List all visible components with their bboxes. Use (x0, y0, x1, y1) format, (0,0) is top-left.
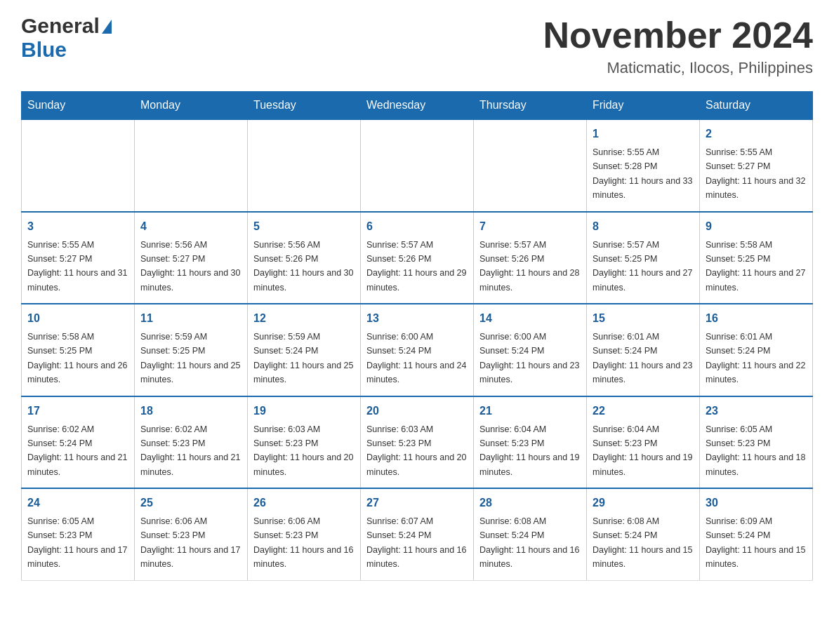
calendar-cell (361, 119, 474, 212)
day-info: Sunrise: 6:09 AMSunset: 5:24 PMDaylight:… (706, 516, 805, 569)
day-number: 17 (27, 403, 128, 420)
day-number: 28 (479, 495, 581, 511)
day-info: Sunrise: 6:00 AMSunset: 5:24 PMDaylight:… (366, 332, 466, 384)
day-number: 1 (593, 126, 694, 142)
day-info: Sunrise: 5:55 AMSunset: 5:28 PMDaylight:… (593, 147, 692, 200)
day-number: 12 (253, 310, 355, 327)
day-info: Sunrise: 5:57 AMSunset: 5:26 PMDaylight:… (479, 240, 579, 293)
calendar-cell: 29Sunrise: 6:08 AMSunset: 5:24 PMDayligh… (587, 488, 700, 580)
col-saturday: Saturday (700, 92, 813, 120)
day-number: 10 (27, 310, 128, 327)
day-info: Sunrise: 6:08 AMSunset: 5:24 PMDaylight:… (479, 516, 579, 569)
day-info: Sunrise: 6:06 AMSunset: 5:23 PMDaylight:… (253, 516, 353, 569)
day-info: Sunrise: 6:00 AMSunset: 5:24 PMDaylight:… (479, 332, 579, 384)
day-number: 14 (479, 310, 581, 327)
calendar-cell: 18Sunrise: 6:02 AMSunset: 5:23 PMDayligh… (135, 396, 248, 489)
calendar-cell: 23Sunrise: 6:05 AMSunset: 5:23 PMDayligh… (700, 396, 813, 489)
day-number: 7 (479, 218, 581, 235)
page-header: General Blue November 2024 Maticmatic, I… (21, 14, 813, 77)
day-info: Sunrise: 5:57 AMSunset: 5:25 PMDaylight:… (593, 240, 692, 293)
calendar-body: 1Sunrise: 5:55 AMSunset: 5:28 PMDaylight… (22, 119, 813, 580)
week-row-4: 17Sunrise: 6:02 AMSunset: 5:24 PMDayligh… (22, 396, 813, 489)
calendar-cell: 4Sunrise: 5:56 AMSunset: 5:27 PMDaylight… (135, 212, 248, 304)
day-number: 4 (140, 218, 241, 235)
day-info: Sunrise: 6:06 AMSunset: 5:23 PMDaylight:… (140, 516, 240, 569)
day-info: Sunrise: 6:02 AMSunset: 5:24 PMDaylight:… (27, 424, 127, 477)
col-tuesday: Tuesday (248, 92, 361, 120)
week-row-1: 1Sunrise: 5:55 AMSunset: 5:28 PMDaylight… (22, 119, 813, 212)
calendar-cell: 10Sunrise: 5:58 AMSunset: 5:25 PMDayligh… (22, 304, 135, 396)
calendar-cell: 11Sunrise: 5:59 AMSunset: 5:25 PMDayligh… (135, 304, 248, 396)
day-number: 24 (27, 495, 128, 511)
logo-blue-text: Blue (21, 38, 67, 61)
calendar-table: Sunday Monday Tuesday Wednesday Thursday… (21, 91, 813, 581)
calendar-cell: 5Sunrise: 5:56 AMSunset: 5:26 PMDaylight… (248, 212, 361, 304)
day-number: 11 (140, 310, 241, 327)
calendar-header: Sunday Monday Tuesday Wednesday Thursday… (22, 92, 813, 120)
title-block: November 2024 Maticmatic, Ilocos, Philip… (543, 14, 813, 77)
day-info: Sunrise: 5:59 AMSunset: 5:24 PMDaylight:… (253, 332, 353, 384)
calendar-cell (135, 119, 248, 212)
calendar-cell: 2Sunrise: 5:55 AMSunset: 5:27 PMDaylight… (700, 119, 813, 212)
day-number: 5 (253, 218, 355, 235)
calendar-cell: 30Sunrise: 6:09 AMSunset: 5:24 PMDayligh… (700, 488, 813, 580)
calendar-cell: 22Sunrise: 6:04 AMSunset: 5:23 PMDayligh… (587, 396, 700, 489)
day-info: Sunrise: 6:04 AMSunset: 5:23 PMDaylight:… (479, 424, 579, 477)
calendar-cell: 21Sunrise: 6:04 AMSunset: 5:23 PMDayligh… (474, 396, 587, 489)
day-number: 25 (140, 495, 241, 511)
day-number: 2 (706, 126, 807, 142)
day-info: Sunrise: 6:02 AMSunset: 5:23 PMDaylight:… (140, 424, 240, 477)
week-row-3: 10Sunrise: 5:58 AMSunset: 5:25 PMDayligh… (22, 304, 813, 396)
day-info: Sunrise: 6:03 AMSunset: 5:23 PMDaylight:… (253, 424, 353, 477)
day-info: Sunrise: 5:56 AMSunset: 5:26 PMDaylight:… (253, 240, 353, 293)
calendar-cell: 25Sunrise: 6:06 AMSunset: 5:23 PMDayligh… (135, 488, 248, 580)
day-number: 9 (706, 218, 807, 235)
day-number: 22 (593, 403, 694, 420)
day-number: 21 (479, 403, 581, 420)
week-row-5: 24Sunrise: 6:05 AMSunset: 5:23 PMDayligh… (22, 488, 813, 580)
day-info: Sunrise: 6:03 AMSunset: 5:23 PMDaylight:… (366, 424, 466, 477)
day-info: Sunrise: 5:59 AMSunset: 5:25 PMDaylight:… (140, 332, 240, 384)
calendar-cell: 20Sunrise: 6:03 AMSunset: 5:23 PMDayligh… (361, 396, 474, 489)
col-wednesday: Wednesday (361, 92, 474, 120)
calendar-cell: 27Sunrise: 6:07 AMSunset: 5:24 PMDayligh… (361, 488, 474, 580)
day-info: Sunrise: 6:01 AMSunset: 5:24 PMDaylight:… (593, 332, 692, 384)
calendar-cell: 16Sunrise: 6:01 AMSunset: 5:24 PMDayligh… (700, 304, 813, 396)
calendar-cell: 14Sunrise: 6:00 AMSunset: 5:24 PMDayligh… (474, 304, 587, 396)
day-number: 19 (253, 403, 355, 420)
logo-general-text: General (21, 14, 100, 38)
day-number: 23 (706, 403, 807, 420)
days-of-week-row: Sunday Monday Tuesday Wednesday Thursday… (22, 92, 813, 120)
calendar-cell: 7Sunrise: 5:57 AMSunset: 5:26 PMDaylight… (474, 212, 587, 304)
calendar-cell (248, 119, 361, 212)
calendar-cell: 12Sunrise: 5:59 AMSunset: 5:24 PMDayligh… (248, 304, 361, 396)
day-number: 18 (140, 403, 241, 420)
col-thursday: Thursday (474, 92, 587, 120)
col-friday: Friday (587, 92, 700, 120)
day-info: Sunrise: 6:04 AMSunset: 5:23 PMDaylight:… (593, 424, 692, 477)
logo-arrow-icon (102, 20, 112, 34)
day-info: Sunrise: 5:58 AMSunset: 5:25 PMDaylight:… (27, 332, 127, 384)
calendar-cell: 19Sunrise: 6:03 AMSunset: 5:23 PMDayligh… (248, 396, 361, 489)
day-info: Sunrise: 6:08 AMSunset: 5:24 PMDaylight:… (593, 516, 692, 569)
calendar-cell: 13Sunrise: 6:00 AMSunset: 5:24 PMDayligh… (361, 304, 474, 396)
day-number: 27 (366, 495, 468, 511)
location-subtitle: Maticmatic, Ilocos, Philippines (543, 59, 813, 77)
day-number: 8 (593, 218, 694, 235)
calendar-cell: 9Sunrise: 5:58 AMSunset: 5:25 PMDaylight… (700, 212, 813, 304)
calendar-cell: 26Sunrise: 6:06 AMSunset: 5:23 PMDayligh… (248, 488, 361, 580)
day-info: Sunrise: 5:55 AMSunset: 5:27 PMDaylight:… (706, 147, 805, 200)
day-number: 26 (253, 495, 355, 511)
day-number: 20 (366, 403, 468, 420)
day-number: 16 (706, 310, 807, 327)
calendar-cell: 1Sunrise: 5:55 AMSunset: 5:28 PMDaylight… (587, 119, 700, 212)
day-number: 15 (593, 310, 694, 327)
day-info: Sunrise: 5:57 AMSunset: 5:26 PMDaylight:… (366, 240, 466, 293)
day-number: 3 (27, 218, 128, 235)
calendar-cell (22, 119, 135, 212)
day-number: 13 (366, 310, 468, 327)
col-monday: Monday (135, 92, 248, 120)
day-info: Sunrise: 5:56 AMSunset: 5:27 PMDaylight:… (140, 240, 240, 293)
calendar-cell: 28Sunrise: 6:08 AMSunset: 5:24 PMDayligh… (474, 488, 587, 580)
day-info: Sunrise: 5:55 AMSunset: 5:27 PMDaylight:… (27, 240, 127, 293)
